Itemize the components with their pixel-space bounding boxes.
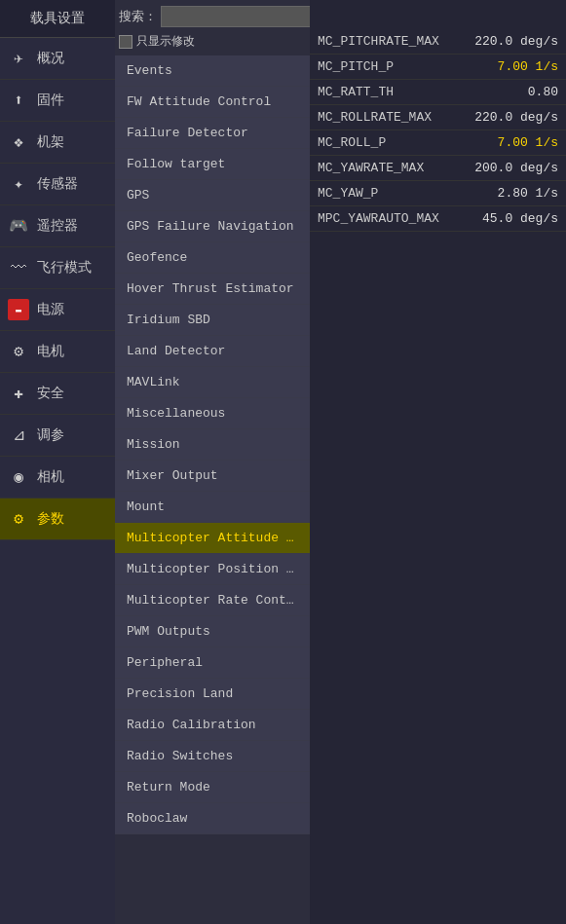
filter-label: 只显示修改 [136, 33, 195, 50]
sidebar-item-tuning[interactable]: ⊿调参 [0, 415, 115, 457]
params-icon: ⚙ [8, 508, 29, 530]
sidebar-item-overview[interactable]: ✈概况 [0, 38, 115, 80]
sidebar-label-params: 参数 [37, 510, 64, 528]
list-item-mission[interactable]: Mission [115, 429, 310, 461]
sidebar-label-sensors: 传感器 [37, 175, 78, 193]
param-value-mc_pitchrate_max: 220.0 deg/s [474, 34, 558, 49]
list-item-precision_land[interactable]: Precision Land [115, 679, 310, 710]
main-content: 搜索： 清除 只显示修改 EventsFW Attitude ControlFa… [115, 0, 566, 924]
param-name-mc_roll_p: MC_ROLL_P [318, 135, 490, 150]
list-items: EventsFW Attitude ControlFailure Detecto… [115, 55, 310, 924]
param-name-mc_ratt_th: MC_RATT_TH [318, 85, 520, 99]
list-item-events[interactable]: Events [115, 55, 310, 87]
list-item-failure_detector[interactable]: Failure Detector [115, 118, 310, 149]
sidebar-item-camera[interactable]: ◉相机 [0, 457, 115, 499]
sidebar-label-motor: 电机 [37, 343, 64, 360]
param-value-mc_yawrate_max: 200.0 deg/s [474, 161, 558, 175]
filter-row: 只显示修改 [115, 33, 310, 55]
param-name-mc_yaw_p: MC_YAW_P [318, 186, 490, 201]
sidebar: 载具设置 ✈概况⬆固件❖机架✦传感器🎮遥控器〰飞行模式▬电源⚙电机✚安全⊿调参◉… [0, 0, 115, 924]
list-item-miscellaneous[interactable]: Miscellaneous [115, 398, 310, 429]
param-name-mc_rollrate_max: MC_ROLLRATE_MAX [318, 110, 467, 125]
list-item-roboclaw[interactable]: Roboclaw [115, 803, 310, 834]
param-name-mc_pitchrate_max: MC_PITCHRATE_MAX [318, 34, 467, 49]
sidebar-label-flightmode: 飞行模式 [37, 259, 92, 277]
safety-icon: ✚ [8, 383, 29, 404]
search-input[interactable] [161, 6, 310, 27]
param-name-mc_yawrate_max: MC_YAWRATE_MAX [318, 161, 467, 175]
param-row-mpc_yawrauto_max[interactable]: MPC_YAWRAUTO_MAX45.0 deg/s [310, 206, 566, 232]
param-row-mc_ratt_th[interactable]: MC_RATT_TH0.80 [310, 80, 566, 105]
remote-icon: 🎮 [8, 215, 29, 237]
param-value-mc_ratt_th: 0.80 [528, 85, 558, 99]
sidebar-label-frame: 机架 [37, 133, 64, 151]
sidebar-label-camera: 相机 [37, 468, 64, 486]
sidebar-label-power: 电源 [37, 301, 64, 318]
sidebar-item-remote[interactable]: 🎮遥控器 [0, 205, 115, 247]
list-panel: 搜索： 清除 只显示修改 EventsFW Attitude ControlFa… [115, 0, 310, 924]
param-value-mc_pitch_p: 7.00 1/s [498, 59, 558, 74]
list-item-mavlink[interactable]: MAVLink [115, 367, 310, 398]
list-item-radio_switches[interactable]: Radio Switches [115, 741, 310, 772]
param-value-mpc_yawrauto_max: 45.0 deg/s [482, 211, 558, 226]
sidebar-item-motor[interactable]: ⚙电机 [0, 331, 115, 373]
list-item-mc_rate[interactable]: Multicopter Rate Control [115, 585, 310, 616]
sidebar-item-params[interactable]: ⚙参数 [0, 499, 115, 540]
param-value-mc_rollrate_max: 220.0 deg/s [474, 110, 558, 125]
sidebar-label-firmware: 固件 [37, 92, 64, 109]
param-row-mc_pitch_p[interactable]: MC_PITCH_P7.00 1/s [310, 55, 566, 80]
sidebar-item-firmware[interactable]: ⬆固件 [0, 80, 115, 122]
param-row-mc_roll_p[interactable]: MC_ROLL_P7.00 1/s [310, 130, 566, 156]
list-item-geofence[interactable]: Geofence [115, 242, 310, 274]
list-item-iridium[interactable]: Iridium SBD [115, 305, 310, 336]
power-icon: ▬ [8, 299, 29, 320]
list-item-mixer_output[interactable]: Mixer Output [115, 461, 310, 492]
list-item-gps_failure[interactable]: GPS Failure Navigation [115, 211, 310, 242]
search-label: 搜索： [119, 8, 157, 25]
sidebar-title: 载具设置 [0, 0, 115, 38]
list-item-pwm_outputs[interactable]: PWM Outputs [115, 616, 310, 647]
sidebar-item-power[interactable]: ▬电源 [0, 289, 115, 331]
param-row-mc_yawrate_max[interactable]: MC_YAWRATE_MAX200.0 deg/s [310, 156, 566, 181]
filter-checkbox[interactable] [119, 35, 132, 49]
list-item-return_mode[interactable]: Return Mode [115, 772, 310, 803]
sidebar-item-safety[interactable]: ✚安全 [0, 373, 115, 415]
list-item-radio_cal[interactable]: Radio Calibration [115, 710, 310, 741]
camera-icon: ◉ [8, 466, 29, 488]
list-item-hover_thrust[interactable]: Hover Thrust Estimator [115, 274, 310, 305]
params-panel: MC_PITCHRATE_MAX220.0 deg/sMC_PITCH_P7.0… [310, 0, 566, 924]
sidebar-item-sensors[interactable]: ✦传感器 [0, 164, 115, 205]
param-name-mpc_yawrauto_max: MPC_YAWRAUTO_MAX [318, 211, 474, 226]
list-item-mc_position[interactable]: Multicopter Position Contro [115, 554, 310, 585]
sidebar-label-safety: 安全 [37, 385, 64, 402]
param-row-mc_rollrate_max[interactable]: MC_ROLLRATE_MAX220.0 deg/s [310, 105, 566, 130]
tuning-icon: ⊿ [8, 425, 29, 446]
sidebar-item-flightmode[interactable]: 〰飞行模式 [0, 247, 115, 289]
flightmode-icon: 〰 [8, 257, 29, 278]
param-value-mc_roll_p: 7.00 1/s [498, 135, 558, 150]
list-item-mc_attitude[interactable]: Multicopter Attitude Contro [115, 523, 310, 554]
list-item-peripheral[interactable]: Peripheral [115, 647, 310, 679]
sidebar-label-tuning: 调参 [37, 426, 64, 444]
sensors-icon: ✦ [8, 173, 29, 195]
search-bar: 搜索： 清除 [115, 0, 310, 33]
firmware-icon: ⬆ [8, 90, 29, 111]
list-item-mount[interactable]: Mount [115, 492, 310, 523]
param-value-mc_yaw_p: 2.80 1/s [498, 186, 558, 201]
sidebar-label-remote: 遥控器 [37, 217, 78, 235]
param-row-mc_pitchrate_max[interactable]: MC_PITCHRATE_MAX220.0 deg/s [310, 29, 566, 55]
sidebar-label-overview: 概况 [37, 50, 64, 67]
param-name-mc_pitch_p: MC_PITCH_P [318, 59, 490, 74]
list-item-fw_attitude[interactable]: FW Attitude Control [115, 87, 310, 118]
list-item-land_detector[interactable]: Land Detector [115, 336, 310, 367]
list-item-follow_target[interactable]: Follow target [115, 149, 310, 180]
motor-icon: ⚙ [8, 341, 29, 362]
frame-icon: ❖ [8, 131, 29, 153]
param-row-mc_yaw_p[interactable]: MC_YAW_P2.80 1/s [310, 181, 566, 206]
overview-icon: ✈ [8, 48, 29, 69]
sidebar-item-frame[interactable]: ❖机架 [0, 122, 115, 164]
list-item-gps[interactable]: GPS [115, 180, 310, 211]
